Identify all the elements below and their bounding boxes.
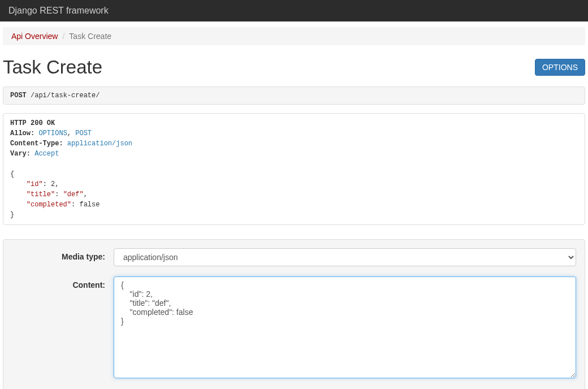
raw-form-panel: Media type: application/json Content: PO…	[3, 239, 585, 389]
request-info: POST /api/task-create/	[3, 87, 585, 105]
breadcrumb-separator: /	[62, 32, 64, 41]
page-header: Task Create OPTIONS	[3, 57, 585, 78]
media-type-select[interactable]: application/json	[114, 248, 576, 266]
request-method: POST	[10, 92, 27, 100]
content-textarea[interactable]	[114, 276, 576, 378]
navbar: Django REST framework	[0, 0, 588, 21]
request-path: /api/task-create/	[31, 92, 100, 100]
options-button[interactable]: OPTIONS	[535, 59, 585, 76]
breadcrumb-root[interactable]: Api Overview	[11, 32, 58, 41]
content-label: Content:	[12, 276, 114, 380]
page-title: Task Create	[3, 57, 102, 78]
brand-link[interactable]: Django REST framework	[8, 6, 109, 16]
breadcrumb-current: Task Create	[69, 32, 111, 41]
media-type-label: Media type:	[12, 248, 114, 266]
response-panel: HTTP 200 OK Allow: OPTIONS, POST Content…	[3, 113, 585, 225]
breadcrumb: Api Overview / Task Create	[3, 27, 585, 45]
